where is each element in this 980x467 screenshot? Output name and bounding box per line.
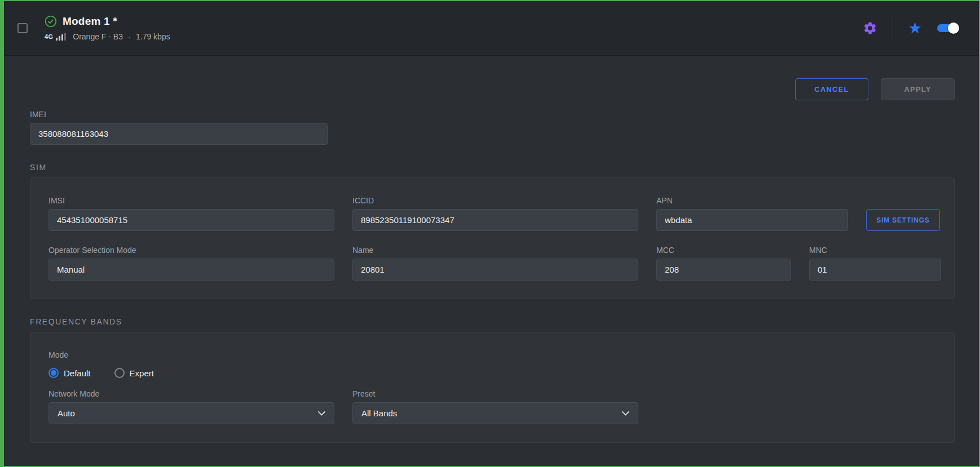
iccid-label: ICCID: [352, 196, 638, 205]
frequency-selects-row: Network Mode Auto Preset All Bands: [48, 389, 936, 424]
check-circle-icon: [45, 15, 57, 28]
dot-separator: ·: [128, 32, 131, 41]
imei-field: IMEI: [30, 110, 328, 145]
mode-label: Mode: [48, 350, 936, 359]
frequency-bands-panel: Mode Default Expert Network Mode: [30, 332, 955, 443]
star-icon[interactable]: ★: [908, 21, 922, 36]
preset-value: All Bands: [361, 408, 397, 418]
mcc-input[interactable]: [656, 259, 791, 281]
sim-row-2: Operator Selection Mode Name MCC MNC: [48, 246, 936, 281]
operator-selection-mode-label: Operator Selection Mode: [48, 246, 334, 255]
name-field: Name: [352, 246, 638, 281]
network-mode-label: Network Mode: [48, 389, 334, 398]
data-rate: 1.79 kbps: [136, 32, 170, 41]
modem-settings-content: CANCEL APPLY IMEI SIM IMSI ICCID APN: [4, 56, 979, 466]
radio-expert-label: Expert: [130, 368, 154, 378]
imsi-input[interactable]: [48, 209, 334, 231]
radio-expert-control[interactable]: [114, 368, 125, 378]
radio-default[interactable]: Default: [48, 368, 91, 378]
radio-default-label: Default: [64, 368, 91, 378]
header-divider: [893, 15, 893, 41]
form-actions: CANCEL APPLY: [30, 78, 955, 100]
frequency-bands-section-label: FREQUENCY BANDS: [30, 317, 955, 326]
network-tech-label: 4G: [45, 33, 53, 40]
network-mode-field: Network Mode Auto: [48, 389, 334, 424]
imsi-field: IMSI: [48, 196, 334, 231]
mnc-field: MNC: [809, 246, 941, 281]
mode-field: Mode Default Expert: [48, 350, 936, 378]
radio-default-control[interactable]: [48, 368, 59, 378]
iccid-input[interactable]: [352, 209, 638, 231]
mnc-label: MNC: [809, 246, 941, 255]
sim-panel: IMSI ICCID APN SIM SETTINGS Operator Sel…: [30, 177, 955, 299]
modem-enable-toggle[interactable]: [937, 24, 957, 32]
sim-section-label: SIM: [30, 163, 955, 172]
mode-radio-group: Default Expert: [48, 368, 936, 378]
modem-select-checkbox[interactable]: [17, 23, 28, 33]
gear-icon[interactable]: [863, 21, 877, 35]
preset-select[interactable]: All Bands: [352, 402, 638, 424]
preset-field: Preset All Bands: [352, 389, 638, 424]
modem-header: Modem 1 * 4G Orange F - B3 · 1.79 kbps ★: [4, 1, 979, 56]
sim-row-1: IMSI ICCID APN SIM SETTINGS: [48, 196, 936, 231]
mcc-field: MCC: [656, 246, 791, 281]
radio-expert[interactable]: Expert: [114, 368, 154, 378]
imei-input[interactable]: [30, 123, 328, 145]
operator-name: Orange F - B3: [73, 32, 123, 41]
page-title: Modem 1 *: [63, 15, 117, 28]
name-input[interactable]: [352, 259, 638, 281]
imei-label: IMEI: [30, 110, 328, 119]
signal-bars-icon: [56, 33, 66, 41]
apn-input[interactable]: [656, 209, 848, 231]
cancel-button[interactable]: CANCEL: [795, 78, 868, 100]
mcc-label: MCC: [656, 246, 791, 255]
operator-selection-mode-input[interactable]: [48, 259, 334, 281]
modem-settings-page: Modem 1 * 4G Orange F - B3 · 1.79 kbps ★: [0, 0, 980, 467]
modem-identity: Modem 1 * 4G Orange F - B3 · 1.79 kbps: [45, 15, 170, 41]
toggle-knob: [948, 23, 959, 34]
apn-label: APN: [656, 196, 848, 205]
mnc-input[interactable]: [809, 259, 941, 281]
preset-label: Preset: [352, 389, 638, 398]
chevron-down-icon: [622, 411, 629, 416]
name-label: Name: [352, 246, 638, 255]
chevron-down-icon: [318, 411, 325, 416]
iccid-field: ICCID: [352, 196, 638, 231]
apn-field: APN: [656, 196, 848, 231]
sim-settings-button[interactable]: SIM SETTINGS: [866, 209, 940, 231]
imsi-label: IMSI: [48, 196, 334, 205]
apply-button[interactable]: APPLY: [881, 78, 955, 100]
network-mode-select[interactable]: Auto: [48, 402, 334, 424]
operator-selection-mode-field: Operator Selection Mode: [48, 246, 334, 281]
network-mode-value: Auto: [58, 408, 75, 418]
